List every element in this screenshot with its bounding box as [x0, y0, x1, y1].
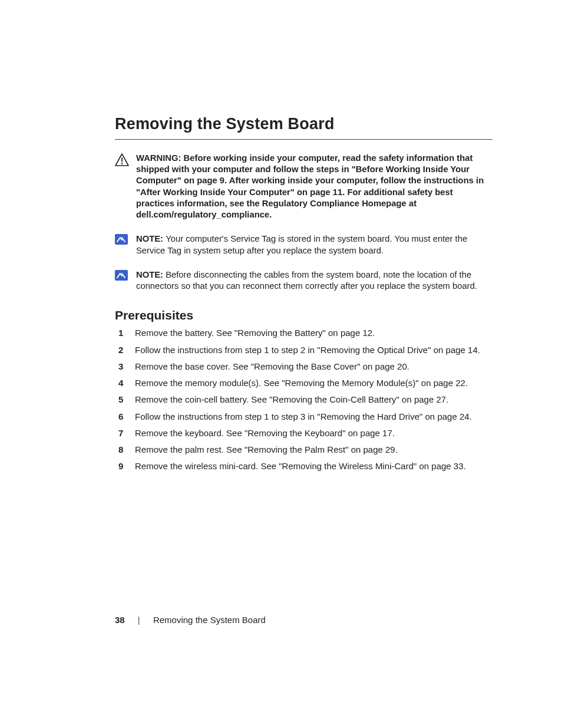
prerequisites-list: Remove the battery. See "Removing the Ba… [115, 327, 492, 472]
footer-separator: | [138, 615, 140, 625]
page-footer: 38 | Removing the System Board [115, 615, 266, 625]
note-body: Your computer's Service Tag is stored in… [136, 234, 467, 255]
note-text: NOTE: Before disconnecting the cables fr… [136, 269, 492, 292]
list-item: Remove the battery. See "Removing the Ba… [115, 327, 492, 339]
svg-point-1 [121, 163, 123, 164]
note-block: NOTE: Before disconnecting the cables fr… [115, 269, 492, 292]
note-text: NOTE: Your computer's Service Tag is sto… [136, 233, 492, 256]
warning-lead: WARNING: [136, 153, 184, 163]
page-number: 38 [115, 615, 125, 625]
list-item: Remove the wireless mini-card. See "Remo… [115, 460, 492, 472]
note-block: NOTE: Your computer's Service Tag is sto… [115, 233, 492, 256]
list-item: Follow the instructions from step 1 to s… [115, 411, 492, 423]
note-icon [115, 234, 129, 247]
list-item: Remove the palm rest. See "Removing the … [115, 444, 492, 456]
note-body: Before disconnecting the cables from the… [136, 270, 477, 291]
list-item: Follow the instructions from step 1 to s… [115, 344, 492, 356]
note-lead: NOTE: [136, 234, 166, 243]
list-item: Remove the keyboard. See "Removing the K… [115, 427, 492, 439]
list-item: Remove the memory module(s). See "Removi… [115, 377, 492, 389]
warning-text: WARNING: Before working inside your comp… [136, 153, 492, 220]
list-item: Remove the coin-cell battery. See "Remov… [115, 394, 492, 406]
document-page: Removing the System Board WARNING: Befor… [0, 0, 562, 728]
warning-body: Before working inside your computer, rea… [136, 153, 484, 219]
warning-block: WARNING: Before working inside your comp… [115, 153, 492, 220]
prerequisites-heading: Prerequisites [115, 308, 492, 322]
list-item: Remove the base cover. See "Removing the… [115, 361, 492, 373]
note-lead: NOTE: [136, 270, 166, 279]
footer-section: Removing the System Board [153, 615, 266, 625]
page-title: Removing the System Board [115, 115, 492, 140]
note-icon [115, 270, 129, 283]
warning-icon [115, 153, 129, 166]
